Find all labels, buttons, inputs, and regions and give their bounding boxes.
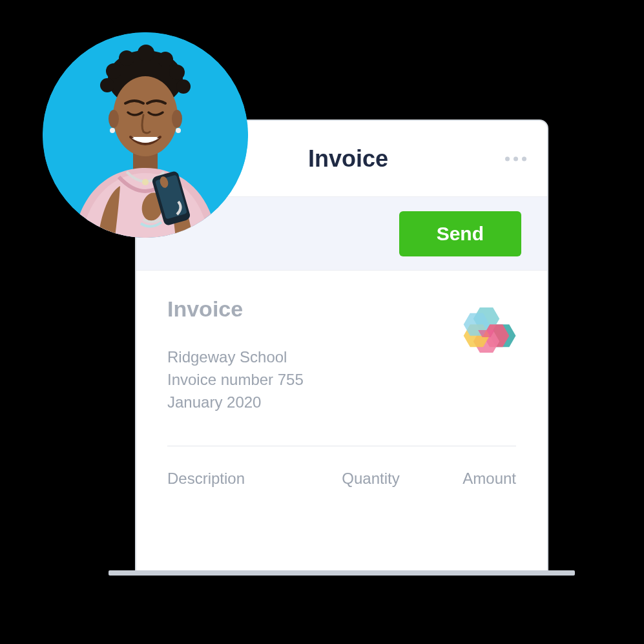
svg-point-13 [169, 65, 185, 80]
svg-point-12 [158, 52, 173, 67]
svg-point-14 [100, 78, 114, 92]
invoice-meta: Invoice Ridgeway School Invoice number 7… [167, 296, 304, 413]
svg-point-18 [109, 110, 119, 128]
invoice-date: January 2020 [167, 391, 304, 414]
invoice-body: Invoice Ridgeway School Invoice number 7… [136, 271, 547, 488]
column-description: Description [167, 470, 322, 488]
hex-logo-icon [457, 300, 516, 360]
column-amount: Amount [419, 470, 516, 488]
avatar [43, 32, 248, 238]
card-title: Invoice [308, 145, 388, 172]
column-quantity: Quantity [322, 470, 419, 488]
client-name: Ridgeway School [167, 346, 304, 369]
svg-point-11 [138, 45, 154, 61]
svg-point-15 [176, 79, 191, 94]
svg-point-10 [119, 50, 134, 66]
document-meta-lines: Ridgeway School Invoice number 755 Janua… [167, 346, 304, 413]
document-title: Invoice [167, 296, 304, 322]
svg-point-21 [176, 128, 181, 133]
svg-point-19 [172, 110, 182, 128]
base-shadow [109, 570, 575, 576]
invoice-body-top: Invoice Ridgeway School Invoice number 7… [167, 296, 516, 413]
table-header: Description Quantity Amount [167, 446, 516, 488]
svg-point-22 [142, 179, 149, 185]
more-icon[interactable] [505, 156, 526, 161]
svg-point-9 [106, 63, 121, 79]
svg-point-20 [110, 128, 115, 133]
invoice-number: Invoice number 755 [167, 369, 304, 391]
send-button[interactable]: Send [399, 211, 521, 256]
